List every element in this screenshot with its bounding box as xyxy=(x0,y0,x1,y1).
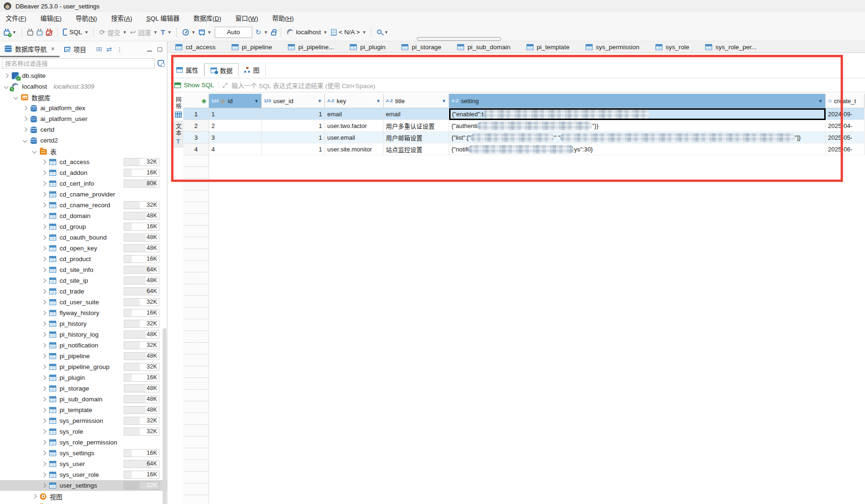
cell-key[interactable]: user.two.factor xyxy=(325,120,384,132)
chevron-right-icon[interactable] xyxy=(42,397,46,402)
row-number-cell[interactable] xyxy=(183,366,209,378)
row-number-cell[interactable] xyxy=(183,190,209,202)
server-tools-button[interactable]: ▼ xyxy=(199,30,211,35)
tree-item-sys_user[interactable]: sys_user64K xyxy=(0,459,167,469)
column-header-key[interactable]: A-Zkey▼ xyxy=(325,94,384,108)
tree-item[interactable] xyxy=(0,502,167,504)
tree-item-cd_cname_record[interactable]: cd_cname_record32K xyxy=(0,200,167,211)
chevron-right-icon[interactable] xyxy=(42,332,46,337)
tree-item-flyway_history[interactable]: flyway_history16K xyxy=(0,308,167,318)
tree-item-cd_cname_provider[interactable]: cd_cname_provider xyxy=(0,189,167,200)
chevron-right-icon[interactable] xyxy=(42,268,46,272)
chevron-right-icon[interactable] xyxy=(42,429,46,434)
connection-selector[interactable]: localhost ▼ xyxy=(287,29,327,36)
cell-id[interactable]: 4 xyxy=(209,143,262,155)
chevron-right-icon[interactable] xyxy=(23,117,28,121)
cell-id[interactable]: 3 xyxy=(209,132,262,143)
tree-item-cd_product[interactable]: cd_product16K xyxy=(0,254,167,264)
tab-database-navigator[interactable]: 数据库导航 × xyxy=(0,41,60,57)
chevron-right-icon[interactable] xyxy=(42,483,46,488)
chevron-down-icon[interactable]: ▼ xyxy=(122,30,127,35)
cell-setting[interactable]: {"enabled":t xyxy=(449,108,826,120)
chevron-right-icon[interactable] xyxy=(42,246,46,251)
chevron-right-icon[interactable] xyxy=(42,160,46,165)
chevron-right-icon[interactable] xyxy=(42,440,46,445)
sql-filter-placeholder[interactable]: 输入一个 SQL 表达式来过滤结果 (使用 Ctrl+Space) xyxy=(232,81,376,90)
navigator-scrollbar[interactable] xyxy=(163,328,166,504)
chevron-right-icon[interactable] xyxy=(42,278,46,283)
link-editor-icon[interactable]: ⇄ xyxy=(106,45,112,53)
tree-item-pi_plugin[interactable]: pi_plugin16K xyxy=(0,372,167,383)
menu-item-f[interactable]: 文件(F) xyxy=(6,13,26,23)
column-dropdown-icon[interactable]: ▼ xyxy=(442,98,446,104)
chevron-right-icon[interactable] xyxy=(32,494,37,499)
tree-item-pi_history[interactable]: pi_history32K xyxy=(0,318,167,329)
row-number-cell[interactable] xyxy=(183,155,209,167)
chevron-right-icon[interactable] xyxy=(42,225,46,229)
chevron-right-icon[interactable] xyxy=(42,365,46,369)
chevron-down-icon[interactable]: ▼ xyxy=(323,30,328,35)
editor-tab-cd_access[interactable]: cd_access xyxy=(167,41,224,53)
result-tab-属性[interactable]: 属性 xyxy=(171,63,204,76)
chevron-down-icon[interactable] xyxy=(32,149,37,154)
chevron-right-icon[interactable] xyxy=(42,408,46,413)
row-number-cell[interactable] xyxy=(183,237,209,249)
cell-create-time[interactable]: 2025-06- xyxy=(826,143,865,155)
row-number-cell[interactable] xyxy=(183,272,209,284)
tree-item-pi_storage[interactable]: pi_storage48K xyxy=(0,383,167,394)
chevron-down-icon[interactable]: ▼ xyxy=(84,30,89,35)
tree-item-cd_cert_info[interactable]: cd_cert_info80K xyxy=(0,178,167,189)
row-number-cell[interactable] xyxy=(183,331,209,343)
row-number-cell[interactable]: 1 xyxy=(183,108,209,120)
column-header-title[interactable]: A-Ztitle▼ xyxy=(384,94,449,108)
row-number-cell[interactable] xyxy=(183,202,209,214)
refresh-button[interactable]: ↻ ▼ xyxy=(256,28,268,37)
menu-item-n[interactable]: 导航(N) xyxy=(75,13,97,23)
collapse-all-icon[interactable] xyxy=(97,47,102,51)
menu-item-sql[interactable]: SQL 编辑器 xyxy=(146,13,180,23)
tree-item-cd_trade[interactable]: cd_trade64K xyxy=(0,286,167,297)
new-connection-button[interactable]: + ▼ xyxy=(4,29,16,36)
rollback-button[interactable]: ↩ 回滚 ▼ xyxy=(130,28,158,37)
row-number-cell[interactable] xyxy=(183,472,209,483)
chevron-right-icon[interactable] xyxy=(42,376,46,380)
chevron-right-icon[interactable] xyxy=(42,214,46,218)
tree-item-db.sqlite[interactable]: ✓db.sqlite xyxy=(0,70,167,81)
reconnect-icon[interactable] xyxy=(37,30,43,36)
tree-item-certd2[interactable]: certd2 xyxy=(0,135,167,146)
chevron-right-icon[interactable] xyxy=(42,235,46,240)
column-dropdown-icon[interactable]: ▼ xyxy=(376,98,381,104)
cell-user_id[interactable]: 1 xyxy=(262,108,325,120)
chevron-down-icon[interactable] xyxy=(23,138,28,143)
view-tab-网格[interactable]: 网格 xyxy=(173,94,183,120)
row-number-cell[interactable] xyxy=(183,249,209,261)
chevron-right-icon[interactable] xyxy=(42,322,46,326)
row-number-cell[interactable] xyxy=(183,495,209,504)
row-number-cell[interactable]: 3 xyxy=(183,132,209,143)
chevron-right-icon[interactable] xyxy=(4,74,9,78)
row-number-cell[interactable] xyxy=(183,425,209,436)
chevron-right-icon[interactable] xyxy=(42,386,46,391)
row-number-cell[interactable] xyxy=(183,483,209,495)
chevron-right-icon[interactable] xyxy=(23,106,28,111)
column-header-setting[interactable]: A-Zsetting▼ xyxy=(449,94,826,108)
tree-item-cd_site_ip[interactable]: cd_site_ip48K xyxy=(0,275,167,286)
chevron-right-icon[interactable] xyxy=(42,181,46,186)
chevron-right-icon[interactable] xyxy=(42,311,46,316)
connect-icon[interactable] xyxy=(27,30,33,36)
chevron-right-icon[interactable] xyxy=(42,257,46,262)
menu-item-w[interactable]: 窗口(W) xyxy=(235,13,258,23)
tree-item-certd[interactable]: certd xyxy=(0,124,167,135)
tree-item-sys_settings[interactable]: sys_settings16K xyxy=(0,448,167,459)
menu-item-d[interactable]: 数据库(D) xyxy=(194,13,221,23)
cell-user_id[interactable]: 1 xyxy=(262,143,325,155)
column-header-create_t[interactable]: ◷create_t xyxy=(826,94,865,108)
cell-key[interactable]: user.site.monitor xyxy=(325,143,384,155)
tree-item-sys_user_role[interactable]: sys_user_role16K xyxy=(0,469,167,480)
row-number-cell[interactable] xyxy=(183,167,209,179)
tree-item-ai_platform_dex[interactable]: ai_platform_dex xyxy=(0,103,167,113)
cell-id[interactable]: 1 xyxy=(209,108,262,120)
tree-item-表[interactable]: 表 xyxy=(0,146,167,157)
editor-tab-pi_storage[interactable]: pi_storage xyxy=(393,41,449,53)
chevron-down-icon[interactable] xyxy=(14,95,18,100)
